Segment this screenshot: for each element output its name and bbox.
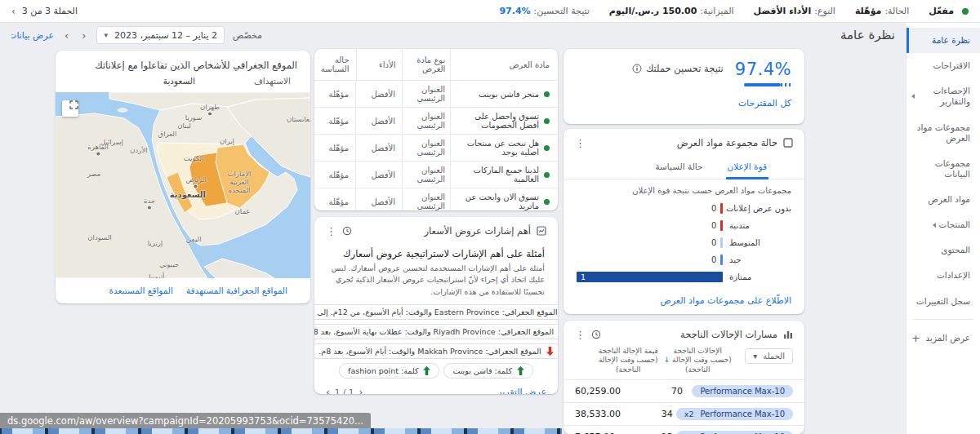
clock-icon[interactable] — [591, 330, 601, 339]
show-other-data-link[interactable]: عرض بيانات أخرى — [11, 30, 54, 41]
map-fullscreen-button[interactable] — [62, 100, 78, 117]
chevron-down-icon: ▾ — [753, 352, 757, 361]
sidebar-item-label: مجموعات البيانات — [910, 158, 970, 179]
view-asset-groups-link[interactable]: الاطّلاع على مجموعات مواد العرض — [564, 286, 804, 306]
optimization-row: 97.4% كل المقترحات نتيجة تحسين حملتك — [577, 60, 791, 108]
view-report-link[interactable]: عرض التقرير — [497, 387, 546, 394]
sort-descending-icon[interactable]: ↓ — [664, 356, 670, 364]
state-group: الحالة: مؤهّلة — [855, 6, 909, 16]
targeted-locations-link[interactable]: المواقع الجغرافية المستهدفة — [186, 286, 287, 295]
conversions-header-line3: الناجحة) — [685, 365, 710, 374]
date-range-picker[interactable]: 2 يناير – 12 سبتمبر، 2023 ▾ — [96, 26, 225, 44]
bar-category-label: المتوسط — [723, 238, 791, 247]
campaign-filter-select[interactable]: الحملة ▾ — [745, 348, 793, 364]
asset-group-card-title: حالة مجموعة مواد العرض — [677, 137, 777, 148]
geo-map[interactable]: طهران سوريا لبنان العراق إيران إسرائيل ا… — [56, 92, 310, 278]
plus-icon: + — [911, 332, 920, 344]
targeting-value: السعودية — [163, 76, 195, 86]
clock-icon[interactable] — [342, 226, 352, 236]
path-chip-cell: x3 Performance Max-10 — [676, 431, 793, 434]
signal-chip: الموقع الجغرافي: Makkah Province والوقت:… — [314, 343, 558, 359]
date-prev-chevron-icon[interactable]: ‹ — [79, 29, 88, 42]
bar-track: 0 0 — [577, 220, 723, 231]
ad-strength-bar-row: ممتازة 1 1 — [577, 268, 791, 286]
campaign-pager: الحملة 3 من 3 › — [11, 6, 78, 17]
prev-page-chevron-icon[interactable]: ‹ — [326, 387, 330, 394]
conversions-header-line1: الإحالات الناجحة — [674, 347, 722, 355]
sidebar-item-label: سجل التغييرات — [916, 296, 970, 307]
sidebar-item[interactable]: المحتوى — [906, 237, 980, 263]
signal-chip-text: كلمة: فاشن بوينت — [452, 366, 512, 375]
kebab-menu-icon[interactable]: ⋮ — [575, 330, 586, 340]
signal-chip: كلمة: فاشن بوينت — [443, 363, 533, 379]
type-label: النوع: — [814, 6, 835, 16]
sidebar-item[interactable]: مجموعات مواد العرض — [906, 115, 980, 151]
asset-cell: لدينا جميع الماركات العالمية — [451, 162, 558, 188]
kebab-menu-icon[interactable]: ⋮ — [575, 138, 586, 148]
excluded-locations-link[interactable]: المواقع المستبعدة — [109, 286, 173, 295]
date-next-chevron-icon[interactable]: › — [62, 29, 71, 42]
all-suggestions-link[interactable]: كل المقترحات — [738, 98, 791, 108]
performance-cell: الأفضل — [355, 135, 402, 161]
asset-text: هل تبحث عن منتجات اصلية يوجد — [456, 139, 539, 157]
enabled-dot-icon — [544, 145, 550, 151]
ad-strength-bar-row: متدنية 0 0 — [577, 217, 791, 234]
sidebar-show-more[interactable]: عرض المزيد + — [906, 325, 980, 352]
sidebar-items: نظرة عامة الاقتراحات الإحصاءات والتقارير… — [906, 28, 980, 314]
conversion-paths-header: مسارات الإحالات الناجحة ⋮ — [564, 321, 804, 347]
info-icon[interactable] — [632, 64, 642, 73]
kebab-menu-icon[interactable]: ⋮ — [326, 226, 336, 237]
progress-remaining — [781, 83, 791, 86]
sidebar-item[interactable]: سجل التغييرات — [906, 289, 980, 314]
taskbar-strip[interactable] — [0, 428, 562, 434]
sidebar-item-label: نظرة عامة — [932, 35, 970, 46]
asset-cell: متجر فاشن بوينت — [451, 81, 558, 107]
ad-strength-bar-row: جيد 0 0 — [577, 251, 791, 268]
campaign-path-chip[interactable]: x3 Performance Max-10 — [676, 431, 793, 434]
expand-arrow-icon — [911, 94, 915, 99]
sidebar-item[interactable]: المنتجات — [906, 212, 980, 237]
optimization-value[interactable]: 97.4% — [499, 6, 530, 16]
campaign-filter-label: الحملة — [763, 352, 785, 361]
sidebar-item[interactable]: الاقتراحات — [906, 53, 980, 78]
sidebar-item[interactable]: مجموعات البيانات — [906, 151, 980, 187]
conversions-header-line2: (حسب وقت الإحالة — [672, 356, 732, 364]
enabled-dot-icon — [544, 172, 550, 178]
asset-group-tab[interactable]: قوة الإعلان — [726, 157, 768, 179]
date-range-value: 2 يناير – 12 سبتمبر، 2023 — [114, 30, 217, 41]
policy-cell: مؤهّلة — [314, 81, 355, 107]
geo-targeting-row: الاستهداف السعودية — [56, 76, 310, 92]
bar-track: 1 1 — [577, 272, 723, 282]
geo-map-card: الموقع الجغرافي للأشخاص الذين تفاعلوا مع… — [56, 51, 310, 303]
performance-column-header: الأداء — [356, 49, 403, 80]
sidebar-item[interactable]: الإحصاءات والتقارير — [906, 78, 980, 114]
sidebar-item-label: المنتجات — [939, 219, 970, 230]
sidebar-item[interactable]: نظرة عامة — [906, 28, 980, 53]
campaign-path-chip[interactable]: x2 Performance Max-10 — [676, 408, 793, 420]
geo-map-title: الموقع الجغرافي للأشخاص الذين تفاعلوا مع… — [56, 51, 310, 76]
sidebar-nav: نظرة عامة الاقتراحات الإحصاءات والتقارير… — [906, 23, 980, 434]
next-campaign-chevron-icon[interactable]: › — [11, 6, 16, 17]
next-page-chevron-icon[interactable]: › — [359, 387, 363, 394]
bar-category-label: جيد — [723, 255, 791, 264]
performance-cell: الأفضل — [355, 108, 402, 134]
bar-value: 0 — [711, 238, 716, 247]
path-campaign-name: Performance Max-10 — [700, 387, 785, 396]
bar-category-label: ممتازة — [723, 272, 791, 281]
signal-chip-text: الموقع الجغرافي: Makkah Province والوقت:… — [318, 347, 541, 356]
asset-column-header: مادة العرض — [451, 49, 558, 80]
asset-type-cell: العنوان الرئيسي — [402, 81, 451, 107]
campaign-path-chip[interactable]: Performance Max-10 — [692, 385, 793, 397]
progress-solid — [744, 83, 781, 86]
ad-strength-bar-row: بدون عرض إعلانات 0 0 — [577, 200, 791, 217]
policy-column-header: حالة السياسة — [314, 49, 356, 80]
conversion-value-cell: 60,259.00 — [575, 386, 634, 396]
sidebar-item[interactable]: الإعدادات — [906, 263, 980, 288]
optimization-label: نتيجة التحسين: — [534, 6, 590, 16]
bar-value: 0 — [711, 255, 716, 264]
show-more-label: عرض المزيد — [925, 333, 970, 343]
sidebar-item[interactable]: مواد العرض — [906, 187, 980, 212]
asset-group-tab[interactable]: حالة السياسة — [653, 157, 704, 179]
path-campaign-name: Performance Max-10 — [700, 410, 785, 418]
conversion-path-row: Performance Max-10 70 60,259.00 — [564, 379, 804, 402]
